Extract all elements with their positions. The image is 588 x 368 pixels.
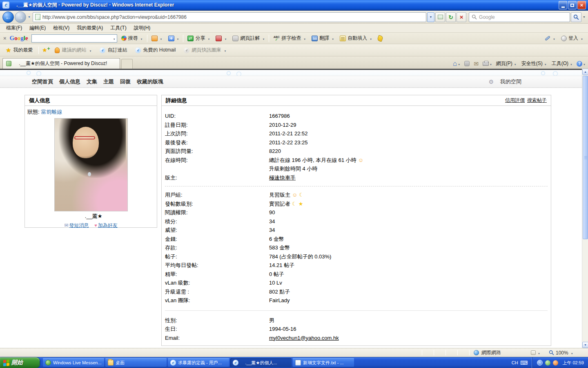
input-dropdown-icon[interactable] [112, 36, 116, 41]
space-nav-item[interactable]: 個人信息 [59, 78, 80, 85]
my-space-link[interactable]: 我的空間 [500, 78, 521, 85]
share-button[interactable]: 分享 [186, 34, 212, 43]
restore-button[interactable] [568, 1, 577, 9]
tab[interactable]: ゞ.__薰★的個人空間 - Powered by Discuz! [2, 58, 120, 69]
taskbar-button[interactable]: 新增文字文件.txt - ... [293, 358, 354, 367]
space-nav-item[interactable]: 空間首頁 [32, 78, 53, 85]
scroll-up-icon[interactable]: ▲ [582, 69, 588, 75]
detail-label: 在線時間: [165, 156, 269, 173]
blocker-button[interactable] [214, 35, 228, 42]
favorites-item[interactable]: 自訂連結 [98, 46, 129, 54]
url-dropdown-button[interactable]: ▼ [427, 12, 434, 22]
stop-button[interactable]: × [457, 12, 466, 22]
toolbar-separator [147, 35, 147, 42]
refresh-button[interactable]: ↻ [446, 12, 456, 22]
autofill-button[interactable]: 自動填入 [338, 34, 374, 43]
space-nav-item[interactable]: 文集 [87, 78, 97, 85]
signin-button[interactable]: 登入 [559, 34, 585, 43]
command-item[interactable]: 網頁(P) [496, 60, 517, 67]
detail-row: 平均每日發帖: 14.21 帖子 [165, 261, 548, 270]
detail-header-link[interactable]: 搜索帖子 [527, 95, 547, 105]
favorites-item[interactable]: 免費的 Hotmail [133, 46, 178, 54]
detail-row: 最後發表: 2011-2-22 23:25 [165, 138, 548, 147]
menu-item[interactable]: 檔案(F) [2, 24, 26, 32]
toolbar-settings-button[interactable] [543, 35, 557, 42]
highlighter-button[interactable] [376, 35, 384, 42]
detail-value: 男 [269, 316, 548, 325]
start-button[interactable]: 開始 [0, 357, 40, 368]
favorites-button[interactable]: ★我的最愛 [3, 46, 35, 55]
minimize-button[interactable] [559, 1, 567, 9]
start-label: 開始 [11, 359, 23, 366]
read-mail-button[interactable]: ✉ [474, 61, 479, 67]
history-dropdown-icon[interactable]: ▼ [28, 16, 31, 18]
add-favorite-button[interactable]: ★ [42, 47, 49, 54]
detail-link[interactable]: 極速快車手 [269, 175, 296, 181]
toolbar-close-icon[interactable]: × [3, 35, 7, 41]
taskbar-button[interactable]: 求暴露的定義 - 用戶... [168, 358, 229, 367]
space-nav-item[interactable]: 收藏的版塊 [137, 78, 163, 85]
back-button[interactable]: ← [2, 11, 14, 23]
scrollbar-thumb[interactable] [583, 76, 588, 239]
detail-header-link[interactable]: 信用評價 [505, 95, 525, 105]
help-button[interactable]: ? [577, 61, 586, 67]
favorites-item[interactable]: 網頁快訊圖庫 [182, 46, 228, 54]
taskbar-button[interactable]: ゞ.__薰★的個人... [230, 358, 292, 367]
zoom-control[interactable]: 100% [549, 350, 586, 356]
menu-item[interactable]: 說明(H) [130, 24, 154, 32]
google-search-input[interactable] [31, 34, 117, 43]
taskbar-button[interactable]: Windows Live Messen... [43, 358, 104, 367]
keyboard-icon: ⌨ [520, 360, 528, 366]
search-options-dropdown-icon[interactable]: ▼ [583, 16, 586, 18]
vertical-scrollbar[interactable]: ▲ ▼ [582, 69, 588, 348]
language-bar[interactable]: CH ⌨ [508, 357, 532, 368]
search-button[interactable] [571, 12, 581, 22]
menu-item[interactable]: 工具(T) [107, 24, 130, 32]
translate-button[interactable]: àa翻譯 [310, 34, 336, 43]
detail-link[interactable]: myl0vechun1@yahoo.com.hk [269, 335, 339, 341]
print-button[interactable] [483, 61, 492, 67]
add-tool-button[interactable] [167, 35, 181, 42]
status-value[interactable]: 當前離線 [41, 109, 62, 115]
add-friend-link[interactable]: ♥加為好友 [94, 222, 118, 229]
new-tab-stub[interactable] [121, 59, 133, 69]
message-icon: ✉ [64, 222, 68, 228]
space-nav-item[interactable]: 回復 [120, 78, 131, 85]
bookmark-tool-button[interactable] [150, 35, 164, 42]
zoom-icon [549, 350, 554, 355]
favorites-item[interactable]: 建議的網站 [53, 46, 94, 54]
smiley-icon: ☺ [358, 157, 363, 163]
url-field[interactable]: http://www.ipve.com/bbs/space.php?action… [33, 12, 426, 22]
translate-label: 翻譯 [319, 35, 329, 42]
spellcheck-button[interactable]: ABC✓拼字檢查 [272, 34, 307, 43]
sidewiki-button[interactable]: 網頁註解 [231, 34, 266, 43]
search-box[interactable]: Google [469, 12, 570, 22]
app-tray-icon[interactable] [553, 360, 558, 366]
protected-mode-segment[interactable] [531, 350, 549, 356]
photo-face [73, 127, 99, 158]
detail-row: Email: myl0vechun1@yahoo.com.hk [165, 334, 548, 343]
home-button[interactable]: ⌂ [453, 61, 460, 67]
send-message-link[interactable]: ✉發短消息 [64, 222, 89, 229]
command-item[interactable]: 工具(O) [552, 60, 572, 67]
detail-value: 見習版主☺☾ [269, 191, 548, 200]
messenger-tray-icon[interactable] [545, 360, 550, 366]
command-item[interactable]: 安全性(S) [521, 60, 547, 67]
close-button[interactable]: × [577, 1, 586, 9]
feeds-button[interactable] [464, 61, 470, 66]
hide-icons-chevron[interactable]: ‹ [537, 360, 543, 366]
compatibility-view-button[interactable] [435, 12, 445, 22]
menu-item[interactable]: 檢視(V) [49, 24, 73, 32]
google-search-button[interactable]: 搜尋 [120, 34, 145, 43]
username: ゞ.__薰★ [25, 213, 157, 220]
forward-button[interactable]: → [15, 11, 26, 23]
gear-icon[interactable]: ⚙ [488, 79, 494, 85]
space-nav-item[interactable]: 主題 [103, 78, 114, 85]
detail-value: 1994-05-16 [269, 325, 548, 334]
menu-item[interactable]: 編輯(E) [26, 24, 49, 32]
scroll-down-icon[interactable]: ▼ [582, 342, 588, 348]
detail-value: 總計在線 196 小時, 本月在線 61 小時☺ 升級剩餘時間 4 小時 [269, 156, 548, 173]
menu-item[interactable]: 我的最愛(A) [73, 24, 107, 32]
compatibility-icon [438, 15, 443, 19]
taskbar-button[interactable]: 桌面 [105, 358, 167, 367]
